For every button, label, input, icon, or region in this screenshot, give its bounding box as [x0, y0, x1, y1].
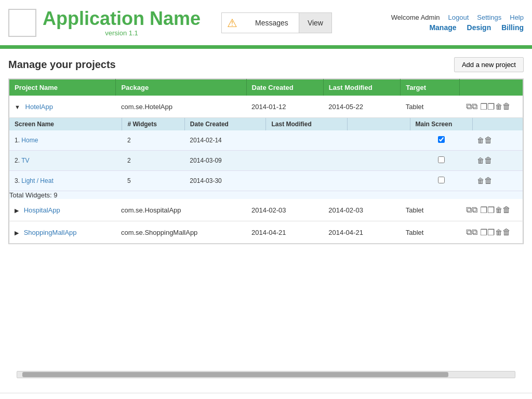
header-project-name: Project Name: [9, 79, 116, 96]
delete-screen-1[interactable]: 🗑: [478, 154, 491, 167]
project-last-modified-cell: 2014-04-21: [323, 221, 400, 244]
page-header-row: Manage your projects Add a new project: [8, 57, 524, 72]
screen-actions-cell: 🗑: [473, 130, 523, 151]
project-link-shoppingmallapp[interactable]: ShoppingMallApp: [24, 229, 77, 236]
screens-table-hotelapp: Screen Name # Widgets Date Created Last …: [9, 118, 523, 199]
app-version: version 1.1: [43, 29, 201, 37]
sh-date-created: Date Created: [184, 118, 266, 130]
project-date-created-cell: 2014-02-03: [246, 199, 323, 221]
sh-screen-name: Screen Name: [9, 118, 122, 130]
delete-button-hotelapp[interactable]: 🗑: [496, 100, 510, 113]
total-widgets-cell: Total Widgets: 9: [9, 191, 523, 200]
logo-box: [8, 9, 36, 37]
action-icons-hospitalapp: ⧉ ❐ 🗑: [465, 203, 517, 217]
expand-arrow-shoppingmallapp[interactable]: ▶: [15, 230, 19, 236]
project-date-created-cell: 2014-01-12: [246, 96, 323, 118]
copy-button-shoppingmallapp[interactable]: ⧉: [465, 225, 478, 239]
expand-arrow-hotelapp[interactable]: ▼: [15, 104, 20, 110]
scrollbar-area: [8, 369, 524, 380]
screen-date-cell: 2014-03-09: [184, 151, 266, 171]
project-package-cell: com.se.HotelApp: [116, 96, 246, 118]
project-last-modified-cell: 2014-05-22: [323, 96, 400, 118]
project-row-hotelapp: ▼ HotelApp com.se.HotelApp 2014-01-12 20…: [9, 96, 523, 118]
screens-header: Screen Name # Widgets Date Created Last …: [9, 118, 523, 130]
project-target-cell: Tablet: [401, 96, 460, 118]
horizontal-scrollbar[interactable]: [17, 371, 515, 378]
screen-name-cell: 2. TV: [9, 151, 122, 171]
warning-icon-box: [222, 14, 245, 32]
copy-button-hospitalapp[interactable]: ⧉: [465, 203, 478, 217]
warning-icon: [227, 17, 240, 29]
projects-tbody: ▼ HotelApp com.se.HotelApp 2014-01-12 20…: [9, 96, 523, 244]
package-button-hospitalapp[interactable]: ❐: [481, 203, 494, 217]
footer: © 2014 Schneider Electric. All rights re…: [0, 393, 532, 399]
screen-empty-cell: [348, 130, 410, 151]
project-name-cell: ▶ ShoppingMallApp: [9, 221, 116, 244]
project-link-hotelapp[interactable]: HotelApp: [25, 103, 53, 111]
action-icons-hotelapp: ⧉ ❐ 🗑: [465, 100, 517, 113]
settings-link[interactable]: Settings: [477, 14, 501, 21]
screen-widgets-cell: 2: [122, 151, 184, 171]
billing-nav-link[interactable]: Billing: [501, 23, 524, 32]
screen-modified-cell: [266, 171, 348, 191]
main-nav: Manage Design Billing: [429, 23, 524, 32]
main-screen-checkbox-0[interactable]: [438, 136, 445, 143]
add-project-button[interactable]: Add a new project: [454, 57, 524, 72]
screen-link-0[interactable]: Home: [21, 137, 38, 144]
screen-modified-cell: [266, 130, 348, 151]
sh-actions: [473, 118, 523, 130]
copy-button-hotelapp[interactable]: ⧉: [465, 100, 478, 113]
header-target: Target: [401, 79, 460, 96]
main-screen-checkbox-1[interactable]: [438, 156, 445, 163]
screen-actions-cell: 🗑: [473, 171, 523, 191]
manage-nav-link[interactable]: Manage: [429, 23, 456, 32]
delete-button-shoppingmallapp[interactable]: 🗑: [496, 225, 510, 239]
logout-link[interactable]: Logout: [448, 14, 469, 21]
project-package-cell: com.se.ShoppingMallApp: [116, 221, 246, 244]
sh-empty: [348, 118, 410, 130]
sh-last-modified: Last Modified: [266, 118, 348, 130]
screen-name-cell: 3. Light / Heat: [9, 171, 122, 191]
sub-table-row-hotelapp: Screen Name # Widgets Date Created Last …: [9, 118, 523, 200]
expand-arrow-hospitalapp[interactable]: ▶: [15, 207, 19, 214]
project-target-cell: Tablet: [401, 199, 460, 221]
welcome-text: Welcome Admin: [391, 14, 440, 21]
header-package: Package: [116, 79, 246, 96]
screen-link-2[interactable]: Light / Heat: [21, 177, 53, 184]
page-title: Manage your projects: [8, 59, 116, 71]
projects-table-header: Project Name Package Date Created Last M…: [9, 79, 523, 96]
screens-footer: Total Widgets: 9: [9, 191, 523, 200]
sh-main-screen: Main Screen: [410, 118, 472, 130]
sh-widgets: # Widgets: [122, 118, 184, 130]
sub-table-cell-hotelapp: Screen Name # Widgets Date Created Last …: [9, 118, 523, 200]
scrollbar-thumb[interactable]: [22, 372, 448, 377]
header-date-created: Date Created: [246, 79, 323, 96]
help-link[interactable]: Help: [510, 14, 524, 21]
messages-area: Messages View: [221, 12, 332, 33]
header-actions: [460, 79, 523, 96]
header: Application Name version 1.1 Messages Vi…: [0, 0, 532, 47]
header-last-modified: Last Modified: [323, 79, 400, 96]
messages-view-button[interactable]: View: [299, 13, 331, 33]
screen-date-cell: 2014-02-14: [184, 130, 266, 151]
delete-screen-2[interactable]: 🗑: [478, 174, 491, 188]
project-target-cell: Tablet: [401, 221, 460, 244]
main-screen-checkbox-2[interactable]: [438, 177, 445, 183]
project-actions-cell: ⧉ ❐ 🗑: [460, 96, 523, 118]
project-row-shoppingmallapp: ▶ ShoppingMallApp com.se.ShoppingMallApp…: [9, 221, 523, 244]
app-name: Application Name: [43, 8, 201, 29]
app-name-area: Application Name version 1.1: [43, 8, 201, 37]
design-nav-link[interactable]: Design: [467, 23, 491, 32]
top-right-nav: Welcome Admin Logout Settings Help Manag…: [391, 14, 524, 32]
screen-empty-cell: [348, 151, 410, 171]
screen-link-1[interactable]: TV: [21, 157, 29, 164]
delete-button-hospitalapp[interactable]: 🗑: [496, 203, 510, 217]
delete-screen-0[interactable]: 🗑: [478, 134, 491, 147]
screen-row-0: 1. Home 2 2014-02-14 🗑: [9, 130, 523, 151]
package-button-shoppingmallapp[interactable]: ❐: [481, 225, 494, 239]
project-link-hospitalapp[interactable]: HospitalApp: [24, 206, 60, 214]
package-button-hotelapp[interactable]: ❐: [481, 100, 494, 113]
screen-widgets-cell: 5: [122, 171, 184, 191]
project-date-created-cell: 2014-04-21: [246, 221, 323, 244]
screen-actions-cell: 🗑: [473, 151, 523, 171]
